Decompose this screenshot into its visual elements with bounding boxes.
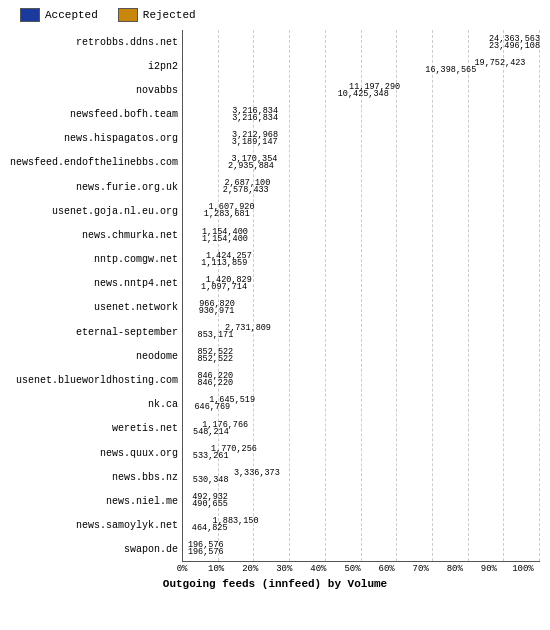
x-axis-label: 0%	[165, 564, 199, 574]
bar-pair: 1,645,519646,769	[183, 397, 540, 411]
y-label: swapon.de	[10, 541, 178, 559]
bar-pair: 19,752,42316,398,565	[183, 59, 540, 73]
y-label: newsfeed.bofh.team	[10, 106, 178, 124]
bar-rejected-label: 490,655	[192, 499, 228, 509]
y-label: nntp.comgw.net	[10, 251, 178, 269]
y-label: nk.ca	[10, 396, 178, 414]
y-label: news.bbs.nz	[10, 468, 178, 486]
bar-rejected-label: 196,576	[188, 547, 224, 557]
bars-area: 24,363,56323,496,10819,752,42316,398,565…	[182, 30, 540, 562]
bar-row: 3,170,3542,935,884	[183, 154, 540, 172]
bar-row: 1,770,256533,261	[183, 443, 540, 461]
bar-row: 846,220846,220	[183, 371, 540, 389]
x-axis-label: 80%	[438, 564, 472, 574]
bar-row: 1,420,8291,097,714	[183, 274, 540, 292]
bar-rejected-label: 530,348	[193, 475, 229, 485]
bar-row: 492,932490,655	[183, 491, 540, 509]
bar-pair: 1,424,2571,113,859	[183, 252, 540, 266]
bar-pair: 3,170,3542,935,884	[183, 156, 540, 170]
legend-rejected: Rejected	[118, 8, 196, 22]
legend-accepted: Accepted	[20, 8, 98, 22]
bar-row: 3,216,8343,216,834	[183, 105, 540, 123]
bar-row: 2,687,1002,578,433	[183, 178, 540, 196]
bar-rejected-label: 846,220	[197, 378, 233, 388]
bar-row: 2,731,809853,171	[183, 323, 540, 341]
x-axis-labels: 0%10%20%30%40%50%60%70%80%90%100%	[165, 564, 540, 574]
bar-row: 1,424,2571,113,859	[183, 250, 540, 268]
y-label: news.quux.org	[10, 444, 178, 462]
legend: Accepted Rejected	[20, 8, 540, 22]
x-axis-label: 90%	[472, 564, 506, 574]
x-axis-label: 10%	[199, 564, 233, 574]
bar-row: 24,363,56323,496,108	[183, 33, 540, 51]
bar-row: 1,607,9201,283,681	[183, 202, 540, 220]
bar-pair: 3,212,9683,189,147	[183, 132, 540, 146]
bar-pair: 11,197,29010,425,348	[183, 83, 540, 97]
bar-row: 966,820930,971	[183, 298, 540, 316]
rejected-label: Rejected	[143, 9, 196, 21]
x-axis-label: 40%	[301, 564, 335, 574]
x-axis-label: 30%	[267, 564, 301, 574]
chart-area: retrobbs.ddns.neti2pn2novabbsnewsfeed.bo…	[10, 30, 540, 562]
bar-pair: 2,731,809853,171	[183, 325, 540, 339]
bar-row: 11,197,29010,425,348	[183, 81, 540, 99]
bar-rejected-label: 2,578,433	[223, 185, 269, 195]
bar-rejected-label: 2,935,884	[228, 161, 274, 171]
bar-pair: 196,576196,576	[183, 542, 540, 556]
bar-rejected-label: 1,154,400	[202, 234, 248, 244]
x-axis-label: 50%	[335, 564, 369, 574]
bar-rejected-label: 852,522	[198, 354, 234, 364]
bar-rejected-label: 548,214	[193, 427, 229, 437]
y-label: news.samoylyk.net	[10, 517, 178, 535]
bar-row: 1,883,150464,825	[183, 516, 540, 534]
y-label: i2pn2	[10, 57, 178, 75]
bar-rejected-label: 16,398,565	[425, 65, 476, 75]
bar-rejected-label: 464,825	[192, 523, 228, 533]
bar-rejected-label: 1,283,681	[204, 209, 250, 219]
bar-row: 1,176,766548,214	[183, 419, 540, 437]
bar-row: 3,336,373530,348	[183, 467, 540, 485]
bar-rejected-label: 10,425,348	[338, 89, 389, 99]
bar-pair: 1,154,4001,154,400	[183, 228, 540, 242]
bar-pair: 852,522852,522	[183, 349, 540, 363]
x-axis-label: 100%	[506, 564, 540, 574]
bar-pair: 1,420,8291,097,714	[183, 276, 540, 290]
y-label: eternal-september	[10, 323, 178, 341]
x-axis-label: 20%	[233, 564, 267, 574]
bar-pair: 3,336,373530,348	[183, 469, 540, 483]
y-label: news.furie.org.uk	[10, 178, 178, 196]
chart-container: Accepted Rejected retrobbs.ddns.neti2pn2…	[0, 0, 550, 630]
bar-rejected-label: 1,097,714	[201, 282, 247, 292]
bar-pair: 24,363,56323,496,108	[183, 35, 540, 49]
y-label: usenet.network	[10, 299, 178, 317]
bar-row: 19,752,42316,398,565	[183, 57, 540, 75]
bar-rejected-label: 23,496,108	[489, 41, 540, 51]
y-label: weretis.net	[10, 420, 178, 438]
y-label: news.hispagatos.org	[10, 130, 178, 148]
bar-rejected-label: 853,171	[198, 330, 234, 340]
bar-pair: 1,607,9201,283,681	[183, 204, 540, 218]
bar-pair: 1,770,256533,261	[183, 445, 540, 459]
bar-pair: 966,820930,971	[183, 300, 540, 314]
bar-rejected-label: 3,189,147	[232, 137, 278, 147]
accepted-swatch	[20, 8, 40, 22]
bar-pair: 846,220846,220	[183, 373, 540, 387]
x-axis-label: 70%	[404, 564, 438, 574]
y-label: usenet.blueworldhosting.com	[10, 371, 178, 389]
accepted-label: Accepted	[45, 9, 98, 21]
bar-rejected-label: 646,769	[195, 402, 231, 412]
bar-rejected-label: 3,216,834	[232, 113, 278, 123]
bar-pair: 492,932490,655	[183, 493, 540, 507]
y-label: usenet.goja.nl.eu.org	[10, 202, 178, 220]
bar-pair: 1,176,766548,214	[183, 421, 540, 435]
y-label: news.chmurka.net	[10, 226, 178, 244]
y-labels: retrobbs.ddns.neti2pn2novabbsnewsfeed.bo…	[10, 30, 182, 562]
bar-pair: 2,687,1002,578,433	[183, 180, 540, 194]
y-label: newsfeed.endofthelinebbs.com	[10, 154, 178, 172]
bar-row: 196,576196,576	[183, 540, 540, 558]
bar-rejected-label: 930,971	[199, 306, 235, 316]
bar-row: 1,645,519646,769	[183, 395, 540, 413]
bar-row: 852,522852,522	[183, 347, 540, 365]
rejected-swatch	[118, 8, 138, 22]
bar-rejected-label: 1,113,859	[201, 258, 247, 268]
